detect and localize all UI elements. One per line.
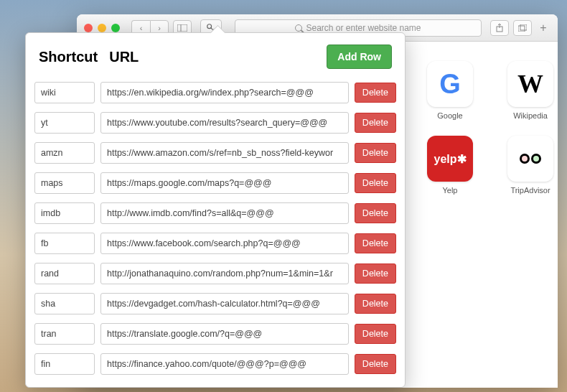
shortcut-input[interactable] [34, 323, 95, 345]
shortcut-input[interactable] [34, 293, 95, 314]
close-window-button[interactable] [84, 24, 93, 32]
url-input[interactable] [100, 202, 349, 224]
shortcut-input[interactable] [34, 142, 95, 164]
new-tab-button[interactable]: + [536, 20, 550, 36]
sidebar-icon [177, 24, 187, 32]
shortcut-row: Delete [34, 78, 396, 108]
column-header-url: URL [109, 49, 139, 65]
delete-button[interactable]: Delete [355, 263, 396, 284]
delete-button[interactable]: Delete [355, 324, 396, 344]
shortcuts-popover: Shortcut URL Add Row DeleteDeleteDeleteD… [25, 32, 406, 388]
shortcut-input[interactable] [34, 263, 95, 284]
delete-button[interactable]: Delete [355, 113, 396, 133]
shortcut-input[interactable] [34, 353, 95, 375]
shortcut-row: Delete [34, 138, 396, 168]
plus-icon: + [540, 22, 546, 34]
shortcut-row: Delete [34, 168, 396, 198]
google-icon: G [439, 69, 461, 100]
favorite-yelp[interactable]: yelp✱ Yelp [414, 136, 486, 195]
shortcut-input[interactable] [34, 233, 95, 254]
url-input[interactable] [100, 263, 349, 284]
svg-rect-7 [518, 26, 525, 32]
favorite-label: Wikipedia [513, 111, 548, 120]
favorite-label: Yelp [442, 186, 457, 195]
shortcut-row: Delete [34, 198, 396, 228]
delete-button[interactable]: Delete [355, 233, 396, 253]
shortcut-row: Delete [34, 289, 396, 319]
favorites-grid: G Google W Wikipedia yelp✱ Yelp TripAdvi… [414, 61, 566, 195]
address-placeholder: Search or enter website name [306, 23, 421, 33]
shortcut-row: Delete [34, 228, 396, 258]
url-input[interactable] [100, 112, 349, 134]
shortcut-input[interactable] [34, 172, 95, 194]
popover-header: Shortcut URL Add Row [26, 33, 405, 78]
tripadvisor-icon [520, 154, 541, 164]
favorite-wikipedia[interactable]: W Wikipedia [495, 61, 566, 120]
tabs-icon [518, 24, 527, 32]
shortcut-input[interactable] [34, 202, 95, 224]
window-controls [84, 24, 120, 32]
yelp-icon: yelp✱ [427, 136, 473, 182]
svg-rect-0 [177, 24, 187, 32]
wikipedia-icon: W [517, 69, 543, 99]
add-row-button[interactable]: Add Row [327, 45, 392, 69]
shortcut-row: Delete [34, 108, 396, 138]
delete-button[interactable]: Delete [355, 83, 396, 103]
minimize-window-button[interactable] [98, 24, 106, 32]
url-input[interactable] [100, 172, 349, 194]
svg-rect-8 [520, 24, 527, 30]
tabs-button[interactable] [513, 20, 532, 36]
url-input[interactable] [100, 353, 349, 375]
favorite-label: Google [437, 111, 462, 120]
delete-button[interactable]: Delete [355, 173, 396, 193]
column-header-shortcut: Shortcut [39, 49, 98, 65]
delete-button[interactable]: Delete [355, 143, 396, 163]
favorite-label: TripAdvisor [510, 186, 550, 195]
url-input[interactable] [100, 82, 349, 103]
favorite-google[interactable]: G Google [414, 61, 486, 120]
shortcut-row: Delete [34, 258, 396, 289]
share-button[interactable] [490, 20, 509, 36]
shortcut-row: Delete [34, 319, 396, 349]
shortcut-input[interactable] [34, 112, 95, 134]
shortcut-row: Delete [34, 349, 396, 379]
url-input[interactable] [100, 323, 349, 345]
shortcut-input[interactable] [34, 82, 95, 103]
delete-button[interactable]: Delete [355, 294, 396, 314]
share-icon [495, 24, 504, 32]
delete-button[interactable]: Delete [355, 354, 396, 374]
search-icon [295, 24, 302, 32]
shortcuts-list: DeleteDeleteDeleteDeleteDeleteDeleteDele… [26, 78, 405, 379]
maximize-window-button[interactable] [111, 24, 120, 32]
delete-button[interactable]: Delete [355, 203, 396, 223]
url-input[interactable] [100, 142, 349, 164]
url-input[interactable] [100, 293, 349, 314]
favorite-tripadvisor[interactable]: TripAdvisor [495, 136, 566, 195]
url-input[interactable] [100, 233, 349, 254]
